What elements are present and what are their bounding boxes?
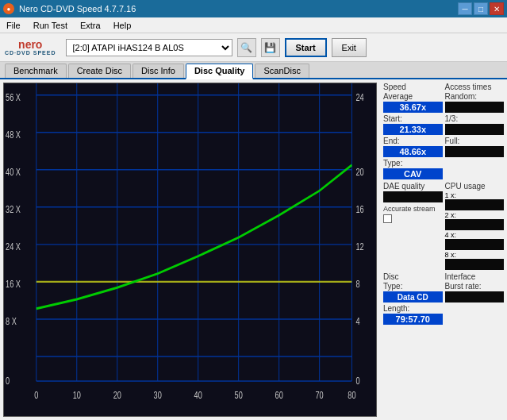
icon-symbol: ●: [7, 6, 11, 13]
nero-text: nero: [18, 39, 42, 50]
svg-text:4: 4: [356, 316, 360, 327]
cpu-4x-value: [445, 239, 505, 250]
tab-disc-info[interactable]: Disc Info: [133, 64, 184, 78]
tab-bar: Benchmark Create Disc Disc Info Disc Qua…: [0, 62, 507, 79]
menu-extra[interactable]: Extra: [77, 19, 104, 32]
svg-text:30: 30: [154, 389, 162, 400]
svg-text:70: 70: [316, 389, 324, 400]
svg-text:60: 60: [275, 389, 283, 400]
tab-create-disc[interactable]: Create Disc: [68, 64, 131, 78]
svg-text:10: 10: [73, 389, 81, 400]
interface-section: Interface Burst rate:: [445, 272, 505, 325]
average-value: 36.67x: [383, 102, 443, 113]
drive-selector[interactable]: [2:0] ATAPI iHAS124 B AL0S: [66, 39, 232, 56]
app-icon: ●: [3, 3, 14, 14]
accurate-stream-checkbox[interactable]: [383, 214, 392, 223]
disc-section: Disc Type: Data CD Length: 79:57.70: [383, 272, 443, 325]
close-button[interactable]: ✕: [490, 2, 504, 15]
one-third-label: 1/3:: [445, 114, 505, 123]
tab-scan-disc[interactable]: ScanDisc: [255, 64, 309, 78]
svg-text:0: 0: [356, 376, 360, 387]
menu-file[interactable]: File: [3, 19, 24, 32]
disc-length-value: 79:57.70: [383, 314, 443, 325]
end-label: End:: [383, 137, 443, 145]
disc-label: Disc: [383, 272, 443, 281]
toolbar: nero CD·DVD SPEED [2:0] ATAPI iHAS124 B …: [0, 33, 507, 62]
right-panel: Speed Average 36.67x Start: 21.33x End: …: [380, 79, 507, 420]
burst-rate-value: [445, 291, 505, 302]
svg-text:0: 0: [6, 376, 10, 387]
dae-cpu-row: DAE quality Accurate stream CPU usage 1 …: [383, 182, 504, 270]
disc-length-label: Length:: [383, 304, 443, 313]
svg-text:12: 12: [356, 241, 364, 252]
start-button[interactable]: Start: [285, 38, 327, 57]
chart-area: 56 X 48 X 40 X 32 X 24 X 16 X 8 X 0 24 2…: [3, 83, 377, 417]
svg-text:0: 0: [34, 389, 38, 400]
full-label: Full:: [445, 137, 505, 145]
cpu-2x-label: 2 x:: [445, 211, 505, 219]
menu-help[interactable]: Help: [110, 19, 135, 32]
type-label: Type:: [383, 159, 443, 168]
nero-logo: nero CD·DVD SPEED: [5, 39, 56, 56]
main-content: 56 X 48 X 40 X 32 X 24 X 16 X 8 X 0 24 2…: [0, 79, 507, 420]
one-third-value: [445, 124, 505, 135]
svg-text:80: 80: [348, 389, 355, 400]
svg-text:24: 24: [356, 91, 364, 102]
tab-disc-quality[interactable]: Disc Quality: [186, 64, 254, 79]
start-value: 21.33x: [383, 124, 443, 135]
minimize-button[interactable]: ─: [458, 2, 472, 15]
start-label: Start:: [383, 114, 443, 123]
svg-text:32 X: 32 X: [6, 204, 21, 215]
dae-label: DAE quality: [383, 182, 443, 191]
end-value: 48.66x: [383, 146, 443, 157]
access-times-label: Access times: [445, 83, 505, 91]
tab-benchmark[interactable]: Benchmark: [5, 64, 67, 78]
speed-access-row: Speed Average 36.67x Start: 21.33x End: …: [383, 83, 504, 179]
title-bar: ● Nero CD-DVD Speed 4.7.7.16 ─ □ ✕: [0, 0, 507, 17]
cpu-8x-label: 8 x:: [445, 251, 505, 259]
random-value: [445, 102, 505, 113]
disc-type-label: Type:: [383, 282, 443, 291]
speed-section: Speed Average 36.67x Start: 21.33x End: …: [383, 83, 443, 179]
window-title: Nero CD-DVD Speed 4.7.7.16: [19, 4, 136, 13]
accurate-stream-checkbox-row: [383, 214, 443, 223]
svg-text:48 X: 48 X: [6, 129, 21, 140]
disc-type-value: Data CD: [383, 291, 443, 302]
svg-text:24 X: 24 X: [6, 241, 21, 252]
average-label: Average: [383, 92, 443, 101]
cpu-1x-value: [445, 199, 505, 210]
svg-text:20: 20: [356, 167, 364, 178]
speed-label: Speed: [383, 83, 443, 91]
exit-button[interactable]: Exit: [332, 38, 367, 57]
window-controls: ─ □ ✕: [458, 2, 504, 15]
dae-value: [383, 191, 443, 202]
menu-bar: File Run Test Extra Help: [0, 17, 507, 33]
cpu-label: CPU usage: [445, 182, 505, 191]
random-label: Random:: [445, 92, 505, 101]
svg-text:20: 20: [113, 389, 121, 400]
svg-text:16: 16: [356, 204, 364, 215]
scan-icon-button[interactable]: 🔍: [237, 38, 256, 57]
nero-sub: CD·DVD SPEED: [5, 50, 56, 56]
cpu-section: CPU usage 1 x: 2 x: 4 x: 8 x:: [445, 182, 505, 270]
type-value: CAV: [383, 168, 443, 179]
svg-text:40: 40: [194, 389, 202, 400]
svg-rect-0: [4, 83, 376, 416]
dae-section: DAE quality Accurate stream: [383, 182, 443, 270]
title-bar-left: ● Nero CD-DVD Speed 4.7.7.16: [3, 3, 136, 14]
svg-text:8 X: 8 X: [6, 316, 17, 327]
cpu-2x-value: [445, 219, 505, 230]
svg-text:40 X: 40 X: [6, 167, 21, 178]
maximize-button[interactable]: □: [474, 2, 488, 15]
svg-text:50: 50: [235, 389, 243, 400]
svg-text:56 X: 56 X: [6, 91, 21, 102]
cpu-1x-label: 1 x:: [445, 191, 505, 199]
menu-run-test[interactable]: Run Test: [30, 19, 71, 32]
full-value: [445, 146, 505, 157]
disc-interface-row: Disc Type: Data CD Length: 79:57.70 Inte…: [383, 272, 504, 325]
chart-svg: 56 X 48 X 40 X 32 X 24 X 16 X 8 X 0 24 2…: [4, 83, 376, 416]
svg-text:16 X: 16 X: [6, 279, 21, 290]
cpu-4x-label: 4 x:: [445, 231, 505, 239]
save-icon-button[interactable]: 💾: [261, 38, 280, 57]
svg-text:8: 8: [356, 279, 360, 290]
